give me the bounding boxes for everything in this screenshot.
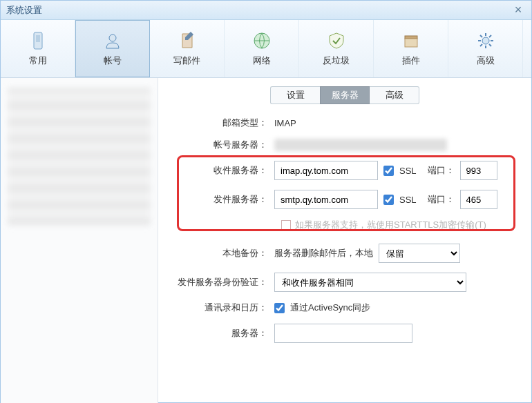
label-server2: 服务器： xyxy=(171,327,274,340)
tab-network[interactable]: 网络 xyxy=(225,20,299,77)
subtab-server[interactable]: 服务器 xyxy=(320,86,370,104)
label-starttls: 如果服务器支持，就使用STARTTLS加密传输(T) xyxy=(295,219,486,231)
tab-plugin[interactable]: 插件 xyxy=(374,20,448,77)
label-auth: 发件服务器身份验证： xyxy=(171,276,274,288)
input-server2[interactable] xyxy=(274,324,412,343)
row-account-server: 帐号服务器： xyxy=(171,139,519,151)
svg-line-11 xyxy=(480,35,482,37)
account-list-blurred xyxy=(8,88,151,226)
svg-point-6 xyxy=(482,37,489,44)
tab-advanced[interactable]: 高级 xyxy=(448,20,523,77)
close-icon[interactable]: × xyxy=(511,3,526,18)
account-sidebar xyxy=(1,78,158,403)
tab-spam[interactable]: 反垃圾 xyxy=(299,20,374,77)
row-contacts: 通讯录和日历： 通过ActiveSync同步 xyxy=(171,302,519,314)
spam-icon xyxy=(327,31,346,50)
general-icon xyxy=(28,31,48,50)
label-recv-server: 收件服务器： xyxy=(171,164,274,177)
subtab-settings[interactable]: 设置 xyxy=(270,86,320,104)
tab-label: 插件 xyxy=(402,55,420,67)
label-send-server: 发件服务器： xyxy=(171,193,274,206)
label-ssl: SSL xyxy=(399,166,417,176)
input-send-port[interactable] xyxy=(460,190,497,209)
svg-line-14 xyxy=(480,44,482,46)
value-account-server-blurred xyxy=(274,139,447,151)
toolbar: 常用 帐号 写邮件 网络 反垃圾 插件 高级 xyxy=(1,20,531,78)
subtab-advanced[interactable]: 高级 xyxy=(370,86,419,104)
tab-label: 高级 xyxy=(477,55,495,67)
row-recv-server: 收件服务器： SSL 端口： xyxy=(171,161,519,180)
plugin-icon xyxy=(401,31,421,50)
tab-label: 写邮件 xyxy=(173,55,200,67)
tab-compose[interactable]: 写邮件 xyxy=(150,20,225,77)
tab-label: 常用 xyxy=(29,55,47,67)
subtabs: 设置 服务器 高级 xyxy=(171,86,519,104)
svg-line-12 xyxy=(489,44,491,46)
tab-general[interactable]: 常用 xyxy=(1,20,75,77)
checkbox-starttls[interactable] xyxy=(281,220,291,230)
tab-label: 网络 xyxy=(253,55,271,67)
label-send-port: 端口： xyxy=(428,193,455,206)
label-contacts: 通讯录和日历： xyxy=(171,302,274,314)
settings-window: 系统设置 × 常用 帐号 写邮件 网络 反垃圾 插件 高级 xyxy=(0,0,532,403)
svg-rect-1 xyxy=(36,35,40,42)
checkbox-send-ssl[interactable] xyxy=(383,195,394,205)
label-mailbox-type: 邮箱类型： xyxy=(171,117,274,129)
input-send-server[interactable] xyxy=(274,190,378,209)
label-ssl: SSL xyxy=(399,195,417,205)
input-recv-port[interactable] xyxy=(460,161,497,180)
row-starttls: 如果服务器支持，就使用STARTTLS加密传输(T) xyxy=(281,219,519,231)
value-mailbox-type: IMAP xyxy=(274,118,296,128)
svg-rect-4 xyxy=(405,36,417,39)
row-backup: 本地备份： 服务器删除邮件后，本地 保留 xyxy=(171,244,519,263)
label-account-server: 帐号服务器： xyxy=(171,139,274,151)
label-backup: 本地备份： xyxy=(171,247,274,259)
network-icon xyxy=(252,31,272,50)
row-mailbox-type: 邮箱类型： IMAP xyxy=(171,117,519,129)
row-server2: 服务器： xyxy=(171,324,519,343)
tab-label: 帐号 xyxy=(104,55,122,67)
checkbox-activesync[interactable] xyxy=(274,303,285,313)
row-send-server: 发件服务器： SSL 端口： xyxy=(171,190,519,209)
label-recv-port: 端口： xyxy=(428,164,455,177)
select-backup[interactable]: 保留 xyxy=(379,244,460,263)
svg-point-2 xyxy=(109,35,116,41)
input-recv-server[interactable] xyxy=(274,161,378,180)
compose-icon xyxy=(178,31,197,50)
tab-account[interactable]: 帐号 xyxy=(75,20,150,77)
window-title: 系统设置 xyxy=(6,4,511,17)
svg-line-13 xyxy=(489,35,491,37)
advanced-icon xyxy=(476,31,495,50)
main-panel: 设置 服务器 高级 邮箱类型： IMAP 帐号服务器： 收件服务器： SSL 端… xyxy=(158,78,531,403)
text-backup: 服务器删除邮件后，本地 xyxy=(274,247,373,259)
text-activesync: 通过ActiveSync同步 xyxy=(290,302,370,314)
checkbox-recv-ssl[interactable] xyxy=(383,166,394,176)
body: 设置 服务器 高级 邮箱类型： IMAP 帐号服务器： 收件服务器： SSL 端… xyxy=(1,78,531,403)
svg-rect-5 xyxy=(405,39,417,47)
select-auth[interactable]: 和收件服务器相同 xyxy=(274,273,466,292)
row-auth: 发件服务器身份验证： 和收件服务器相同 xyxy=(171,273,519,292)
account-icon xyxy=(103,31,122,50)
titlebar: 系统设置 × xyxy=(1,1,531,20)
tab-label: 反垃圾 xyxy=(323,55,350,67)
